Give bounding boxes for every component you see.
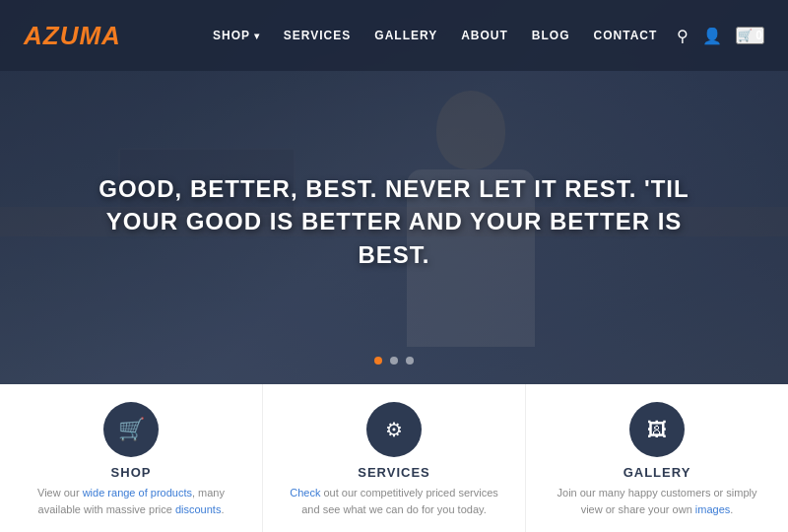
- nav-blog[interactable]: BLOG: [532, 29, 570, 42]
- features-section: 🛒 SHOP View our wide range of products, …: [0, 384, 788, 532]
- nav-services[interactable]: SERVICES: [284, 29, 351, 42]
- nav-shop[interactable]: SHOP: [213, 29, 260, 42]
- feature-shop: 🛒 SHOP View our wide range of products, …: [0, 384, 263, 532]
- cart-button[interactable]: 🛒 0: [736, 27, 764, 44]
- nav-about[interactable]: ABOUT: [461, 29, 508, 42]
- cart-count: 0: [755, 29, 762, 42]
- feature-gallery: 🖼 GALLERY Join our many happy customers …: [526, 384, 788, 532]
- site-header: AZUMA SHOP SERVICES GALLERY ABOUT BLOG C…: [0, 0, 788, 71]
- cart-icon: 🛒: [738, 29, 753, 42]
- header-icons: ⚲ 👤 🛒 0: [677, 27, 764, 45]
- services-icon: ⚙: [385, 418, 403, 441]
- gallery-title: GALLERY: [624, 465, 691, 480]
- dot-2[interactable]: [390, 357, 398, 365]
- shop-desc: View our wide range of products, many av…: [20, 485, 242, 517]
- shop-icon: 🛒: [118, 417, 145, 442]
- gallery-icon-circle: 🖼: [629, 402, 685, 457]
- hero-slider-dots: [374, 357, 414, 365]
- services-desc: Check out our competitively priced servi…: [283, 485, 505, 517]
- shop-title: SHOP: [111, 465, 152, 480]
- services-link[interactable]: Check: [290, 487, 320, 499]
- nav-gallery[interactable]: GALLERY: [374, 29, 437, 42]
- gallery-icon: 🖼: [647, 419, 667, 441]
- shop-icon-circle: 🛒: [103, 402, 159, 457]
- services-icon-circle: ⚙: [366, 402, 422, 457]
- hero-quote: GOOD, BETTER, BEST. NEVER LET IT REST. '…: [69, 172, 719, 272]
- search-button[interactable]: ⚲: [677, 27, 689, 45]
- services-title: SERVICES: [358, 465, 430, 480]
- gallery-images-link[interactable]: images: [695, 503, 730, 515]
- site-logo[interactable]: AZUMA: [24, 21, 121, 51]
- dot-1[interactable]: [374, 357, 382, 365]
- shop-discounts-link[interactable]: discounts: [175, 503, 221, 515]
- feature-services: ⚙ SERVICES Check out our competitively p…: [263, 384, 526, 532]
- gallery-desc: Join our many happy customers or simply …: [546, 485, 768, 517]
- dot-3[interactable]: [406, 357, 414, 365]
- main-nav: SHOP SERVICES GALLERY ABOUT BLOG CONTACT: [213, 29, 657, 42]
- login-button[interactable]: 👤: [702, 27, 722, 45]
- nav-contact[interactable]: CONTACT: [594, 29, 658, 42]
- shop-link[interactable]: wide range of products: [83, 487, 192, 499]
